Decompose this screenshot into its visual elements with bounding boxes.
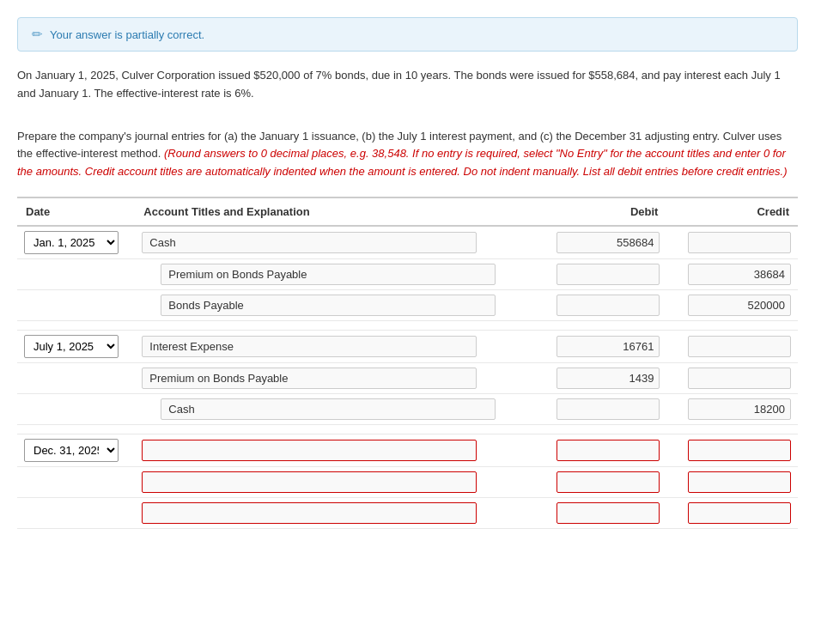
pencil-icon: ✏ (32, 27, 43, 42)
debit-input-1-0[interactable] (557, 336, 660, 357)
account-input-2-1[interactable] (142, 471, 477, 493)
account-input-2-2[interactable] (142, 502, 477, 524)
debit-input-2-1[interactable] (557, 471, 660, 493)
credit-input-2-2[interactable] (688, 502, 791, 524)
credit-input-0-0[interactable] (688, 232, 791, 253)
account-input-2-0[interactable] (142, 440, 477, 461)
credit-input-1-2[interactable] (688, 398, 791, 420)
alert-box: ✏ Your answer is partially correct. (17, 17, 798, 52)
date-select-0[interactable]: Jan. 1, 2025July 1, 2025Dec. 31, 2025 (24, 231, 119, 254)
header-debit: Debit (536, 197, 667, 226)
credit-input-2-0[interactable] (688, 440, 791, 461)
debit-input-0-1[interactable] (557, 264, 660, 285)
credit-input-2-1[interactable] (688, 471, 791, 493)
debit-input-0-2[interactable] (557, 295, 660, 316)
header-date: Date (17, 197, 135, 226)
account-input-0-1[interactable] (161, 264, 496, 285)
date-select-1[interactable]: Jan. 1, 2025July 1, 2025Dec. 31, 2025 (24, 335, 119, 358)
debit-input-1-1[interactable] (557, 368, 660, 389)
credit-input-1-1[interactable] (688, 368, 791, 389)
debit-input-2-2[interactable] (557, 502, 660, 524)
credit-input-0-1[interactable] (688, 264, 791, 285)
journal-table: Date Account Titles and Explanation Debi… (17, 197, 798, 529)
account-input-1-2[interactable] (161, 398, 496, 420)
credit-input-1-0[interactable] (688, 336, 791, 357)
instructions: Prepare the company's journal entries fo… (17, 128, 798, 181)
header-credit: Credit (666, 197, 798, 226)
debit-input-0-0[interactable] (557, 232, 660, 253)
account-input-0-0[interactable] (142, 232, 477, 253)
debit-input-1-2[interactable] (557, 398, 660, 420)
account-input-1-1[interactable] (142, 368, 477, 389)
account-input-1-0[interactable] (142, 336, 477, 357)
header-account: Account Titles and Explanation (135, 197, 535, 226)
debit-input-2-0[interactable] (557, 440, 660, 461)
date-select-2[interactable]: Jan. 1, 2025July 1, 2025Dec. 31, 2025 (24, 439, 119, 462)
account-input-0-2[interactable] (161, 295, 496, 316)
description1: On January 1, 2025, Culver Corporation i… (17, 67, 798, 103)
alert-text: Your answer is partially correct. (50, 28, 204, 41)
credit-input-0-2[interactable] (688, 295, 791, 316)
